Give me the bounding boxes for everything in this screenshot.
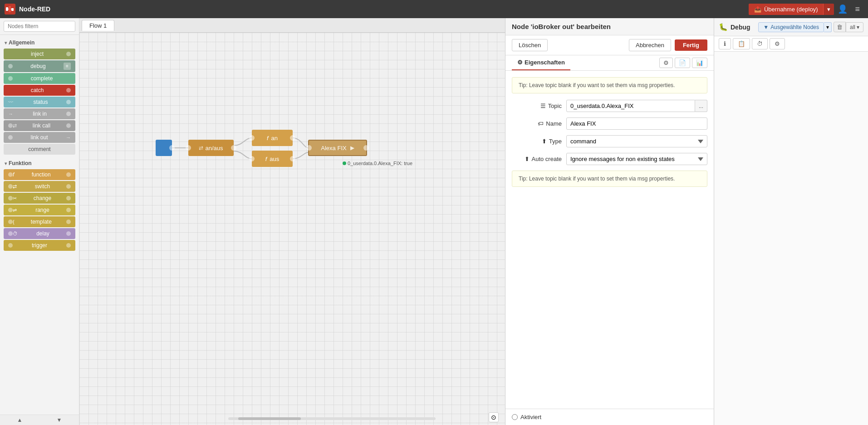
- range-port-left: [8, 208, 13, 212]
- tab-icon-info[interactable]: 📊: [692, 58, 707, 68]
- cancel-button[interactable]: Abbrechen: [629, 39, 671, 51]
- topic-input[interactable]: [566, 100, 695, 112]
- switch-port-right: [66, 184, 71, 189]
- node-link-out[interactable]: link out →: [4, 132, 75, 143]
- app-title: Node-RED: [19, 5, 50, 13]
- node-comment[interactable]: comment: [4, 144, 75, 155]
- node-link-in[interactable]: → link in: [4, 108, 75, 119]
- clear-group: 🗑 all ▾: [834, 22, 863, 32]
- alexa-port-right: [363, 145, 369, 151]
- debug-tab-clipboard[interactable]: 📋: [733, 38, 750, 49]
- node-debug-label: debug: [13, 63, 64, 69]
- debug-tab-timer[interactable]: ⏱: [752, 38, 768, 49]
- canvas-alexa-label: Alexa FIX: [321, 145, 346, 151]
- complete-port-left: [8, 76, 13, 81]
- node-complete[interactable]: complete: [4, 73, 75, 84]
- topic-label: ☰ Topic: [512, 103, 562, 109]
- node-filter-input[interactable]: [4, 21, 75, 32]
- sidebar-left: ▾ Allgemein inject debug ≡ complete catc…: [0, 18, 79, 425]
- flow-tab-1[interactable]: Flow 1: [82, 20, 114, 31]
- debug-tab-icons: ℹ 📋 ⏱ ⚙: [714, 36, 868, 52]
- zoom-reset-button[interactable]: ⊙: [489, 412, 499, 422]
- tab-icon-gear[interactable]: ⚙: [659, 58, 673, 68]
- canvas-scrollbar: [159, 416, 505, 421]
- clear-all-label: all: [850, 24, 855, 30]
- node-change-label: change: [19, 195, 66, 201]
- aktiviert-radio[interactable]: [512, 414, 518, 420]
- node-inject[interactable]: inject: [4, 49, 75, 59]
- status-dot: [343, 161, 346, 165]
- inject-port-right: [66, 52, 71, 56]
- filter-dropdown-btn[interactable]: ▾: [824, 22, 832, 32]
- canvas-node-aus[interactable]: f aus: [252, 151, 293, 167]
- node-trigger[interactable]: trigger: [4, 240, 75, 251]
- deploy-icon: 📤: [754, 6, 761, 13]
- flow-canvas[interactable]: ⇄ an/aus f an f aus Alexa FIX: [79, 33, 505, 425]
- topic-extra-btn[interactable]: ...: [695, 100, 707, 112]
- debug-title-text: Debug: [731, 24, 750, 31]
- canvas-node-anaus[interactable]: ⇄ an/aus: [188, 140, 234, 156]
- node-debug[interactable]: debug ≡: [4, 60, 75, 72]
- delay-port-right: [66, 231, 71, 236]
- category-allgemein[interactable]: ▾ Allgemein: [0, 38, 79, 48]
- filter-group: ▼ Ausgewählte Nodes ▾: [758, 22, 832, 32]
- node-link-call[interactable]: ⇄ link call: [4, 120, 75, 131]
- node-inject-label: inject: [8, 51, 66, 57]
- anaus-port-right: [231, 145, 236, 151]
- category-funktion[interactable]: ▾ Funktion: [0, 158, 79, 168]
- delete-button[interactable]: Löschen: [512, 39, 548, 51]
- deploy-label: Übernahme (deploy): [764, 6, 818, 13]
- sidebar-scroll-up[interactable]: ▲: [0, 415, 39, 425]
- template-port-right: [66, 220, 71, 224]
- tab-properties[interactable]: ⚙ Eigenschaften: [512, 55, 570, 70]
- debug-tab-settings[interactable]: ⚙: [770, 38, 785, 49]
- trash-icon-btn[interactable]: 🗑: [834, 22, 846, 32]
- type-label: ⬆ Type: [512, 138, 562, 145]
- node-filter-area: [0, 18, 79, 35]
- type-select[interactable]: command value toggle: [566, 135, 707, 147]
- debug-port-left: [8, 64, 13, 68]
- canvas-node-an[interactable]: f an: [252, 130, 293, 146]
- autocreate-select[interactable]: Ignore messages for non existing states …: [566, 153, 707, 165]
- node-catch[interactable]: catch: [4, 85, 75, 96]
- horizontal-scrollbar[interactable]: [228, 417, 436, 420]
- tab-properties-label: Eigenschaften: [525, 59, 565, 66]
- node-delay[interactable]: ⏱ delay: [4, 228, 75, 239]
- node-linkout-label: link out: [13, 134, 66, 141]
- topic-icon: ☰: [540, 103, 546, 109]
- name-input[interactable]: [566, 117, 707, 130]
- delay-icon: ⏱: [13, 231, 18, 236]
- funktion-arrow: ▾: [5, 161, 7, 166]
- node-function[interactable]: f function: [4, 169, 75, 180]
- panel-debug: 🐛 Debug ▼ Ausgewählte Nodes ▾ 🗑 all ▾: [714, 18, 868, 425]
- canvas-node-1[interactable]: [156, 140, 172, 156]
- topbar: Node-RED 📤 Übernahme (deploy) ▾ 👤 ≡: [0, 0, 868, 18]
- status-port-right: [66, 100, 71, 104]
- allgemein-arrow: ▾: [5, 40, 7, 45]
- node-template[interactable]: { template: [4, 216, 75, 227]
- node-switch[interactable]: ⇄ switch: [4, 181, 75, 192]
- node-comment-label: comment: [8, 146, 71, 152]
- node-linkcall-label: link call: [17, 122, 66, 129]
- sidebar-scroll-down[interactable]: ▼: [39, 415, 79, 425]
- status-label: 0_userdata.0.Alexa_FIX: true: [343, 161, 412, 166]
- menu-button[interactable]: ≡: [851, 2, 863, 16]
- node-range[interactable]: ⇌ range: [4, 205, 75, 215]
- deploy-dropdown-button[interactable]: ▾: [823, 4, 834, 15]
- deploy-button[interactable]: 📤 Übernahme (deploy): [749, 4, 824, 15]
- filter-nodes-btn[interactable]: ▼ Ausgewählte Nodes: [758, 22, 824, 32]
- clear-all-btn[interactable]: all ▾: [846, 22, 863, 32]
- node-status[interactable]: 〰 status: [4, 97, 75, 107]
- tab-icon-doc[interactable]: 📄: [675, 58, 690, 68]
- user-button[interactable]: 👤: [834, 2, 851, 16]
- node-change[interactable]: ✂ change: [4, 193, 75, 204]
- name-label: 🏷 Name: [512, 120, 562, 127]
- node-delay-label: delay: [20, 230, 66, 237]
- canvas-node-alexa[interactable]: Alexa FIX ▶: [308, 140, 367, 156]
- alexa-port-left: [306, 145, 312, 151]
- linkout-icon: →: [66, 135, 71, 140]
- done-button[interactable]: Fertig: [675, 39, 707, 51]
- debug-tab-info[interactable]: ℹ: [719, 38, 731, 49]
- tip-box-2: Tip: Leave topic blank if you want to se…: [512, 171, 707, 187]
- panel-tab-icons: ⚙ 📄 📊: [659, 58, 707, 68]
